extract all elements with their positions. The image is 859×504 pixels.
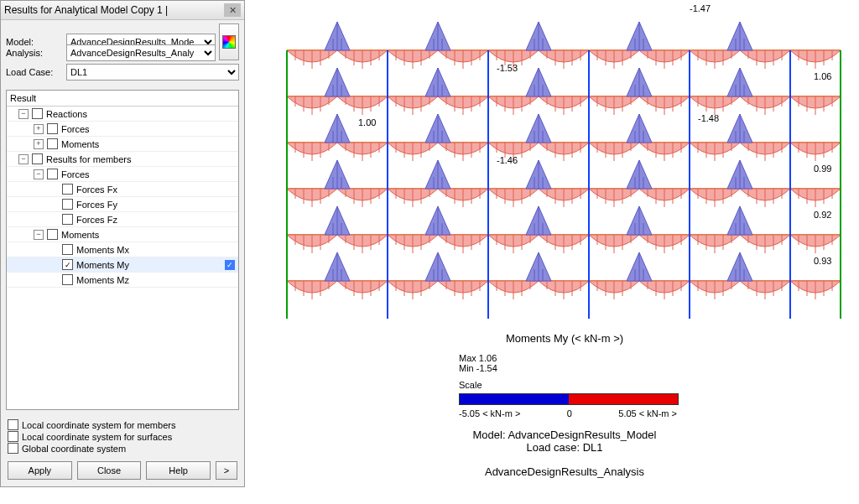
scale-ticks: -5.05 < kN-m > 0 5.05 < kN-m >	[459, 408, 677, 418]
expander-icon[interactable]: −	[34, 169, 44, 179]
tree-item-9[interactable]: Moments Mx	[7, 242, 238, 257]
tree-checkbox[interactable]	[62, 244, 73, 255]
tree-label: Results for members	[46, 154, 131, 164]
opt-local-surfaces-checkbox[interactable]	[8, 431, 18, 442]
tree-label: Moments	[61, 230, 99, 240]
tree-checkbox[interactable]	[62, 274, 73, 285]
analysis-label: Analysis:	[6, 48, 63, 58]
opt-global-checkbox[interactable]	[8, 443, 18, 454]
tree-label: Forces	[61, 124, 90, 134]
loadcase-label: Load Case:	[6, 67, 63, 77]
checked-badge-icon: ✓	[225, 260, 235, 270]
tree-label: Forces Fy	[76, 200, 117, 210]
tree-checkbox[interactable]	[62, 259, 73, 270]
tree-label: Forces Fz	[76, 215, 117, 225]
tree-label: Forces Fx	[76, 184, 117, 195]
tree-checkbox[interactable]	[62, 214, 73, 225]
tree-label: Moments Mx	[76, 245, 129, 255]
tree-item-8[interactable]: −Moments	[7, 227, 238, 242]
more-button[interactable]: >	[216, 461, 237, 480]
analysis-line: AdvanceDesignResults_Analysis	[279, 465, 851, 478]
close-button[interactable]: Close	[77, 461, 142, 480]
annot-6: 0.99	[814, 164, 831, 174]
tree-checkbox[interactable]	[32, 153, 43, 164]
results-panel: Results for Analytical Model Copy 1 | ✕ …	[0, 0, 245, 487]
tree-label: Moments My	[76, 260, 129, 270]
tree-item-10[interactable]: Moments My✓	[7, 257, 238, 273]
rainbow-icon	[222, 35, 236, 49]
moment-diagram-svg	[279, 8, 849, 327]
scale-max: 5.05 < kN-m >	[618, 408, 677, 418]
max-value: Max 1.06	[459, 353, 851, 363]
loadcase-select[interactable]: DL1	[66, 64, 239, 81]
tree-item-3[interactable]: −Results for members	[7, 152, 238, 167]
opt-global-label: Global coordinate system	[22, 444, 126, 454]
tree-item-1[interactable]: +Forces	[7, 122, 238, 137]
form-area: Model: AdvanceDesignResults_Mode Analysi…	[1, 20, 244, 86]
coordinate-options: Local coordinate system for members Loca…	[1, 413, 244, 458]
scale-bar	[459, 393, 679, 405]
tree-item-6[interactable]: Forces Fy	[7, 197, 238, 212]
annot-2: 1.06	[814, 71, 831, 81]
opt-local-members-checkbox[interactable]	[8, 419, 18, 430]
tree-item-11[interactable]: Moments Mz	[7, 273, 238, 288]
annot-5: -1.46	[497, 155, 518, 165]
moment-diagram-viewer: -1.47 -1.53 1.06 1.00 -1.48 -1.46 0.99 0…	[245, 0, 859, 487]
close-icon[interactable]: ✕	[224, 3, 241, 17]
apply-button[interactable]: Apply	[8, 461, 72, 480]
annot-3: 1.00	[358, 117, 376, 127]
tree-label: Moments Mz	[76, 275, 129, 285]
tree-label: Moments	[61, 139, 99, 149]
panel-titlebar: Results for Analytical Model Copy 1 | ✕	[1, 1, 244, 20]
annot-8: 0.93	[814, 256, 831, 266]
analysis-select[interactable]: AdvanceDesignResults_Analy	[66, 44, 216, 61]
expander-icon[interactable]: +	[34, 139, 44, 149]
tree-checkbox[interactable]	[47, 169, 58, 179]
tree-checkbox[interactable]	[47, 138, 58, 149]
scale-min: -5.05 < kN-m >	[459, 408, 520, 418]
model-line: Model: AdvanceDesignResults_Model	[279, 429, 851, 441]
opt-local-members-label: Local coordinate system for members	[22, 420, 175, 430]
tree-header: Result	[7, 91, 238, 107]
tree-checkbox[interactable]	[32, 108, 43, 119]
tree-checkbox[interactable]	[62, 184, 73, 195]
diagram-title: Moments My (< kN-m >)	[279, 332, 851, 345]
display-options-button[interactable]	[219, 23, 239, 60]
tree-checkbox[interactable]	[47, 123, 58, 134]
tree-label: Forces	[61, 169, 90, 179]
expander-icon[interactable]: +	[34, 124, 44, 134]
annot-4: -1.48	[698, 113, 719, 123]
tree-checkbox[interactable]	[47, 229, 58, 240]
loadcase-line: Load case: DL1	[279, 441, 851, 454]
tree-item-4[interactable]: −Forces	[7, 167, 238, 182]
model-info: Model: AdvanceDesignResults_Model Load c…	[279, 429, 851, 478]
expander-icon[interactable]: −	[18, 154, 29, 164]
scale-mid: 0	[567, 408, 572, 418]
result-tree[interactable]: Result −Reactions+Forces+Moments−Results…	[6, 90, 239, 410]
tree-label: Reactions	[46, 109, 87, 119]
expander-icon[interactable]: −	[34, 230, 44, 240]
opt-local-surfaces-label: Local coordinate system for surfaces	[22, 432, 172, 442]
button-row: Apply Close Help >	[1, 458, 244, 486]
annot-top: -1.47	[690, 3, 711, 13]
tree-item-0[interactable]: −Reactions	[7, 107, 238, 122]
tree-item-7[interactable]: Forces Fz	[7, 212, 238, 227]
scale-label: Scale	[459, 380, 851, 390]
expander-icon[interactable]: −	[18, 109, 29, 119]
tree-checkbox[interactable]	[62, 199, 73, 210]
tree-item-2[interactable]: +Moments	[7, 137, 238, 152]
model-label: Model:	[6, 37, 63, 47]
panel-title: Results for Analytical Model Copy 1 |	[4, 4, 224, 16]
annot-7: 0.92	[814, 210, 831, 220]
help-button[interactable]: Help	[146, 461, 211, 480]
annot-1: -1.53	[497, 63, 518, 73]
tree-item-5[interactable]: Forces Fx	[7, 182, 238, 197]
min-value: Min -1.54	[459, 363, 851, 373]
